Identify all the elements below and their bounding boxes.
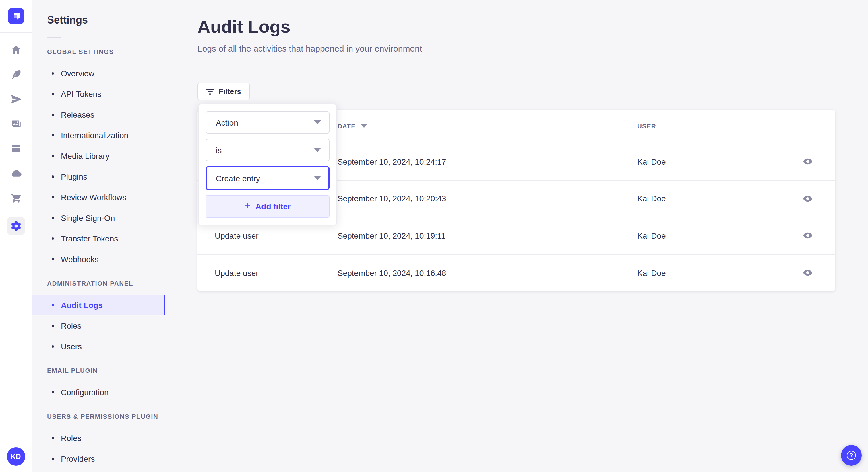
bullet-icon (52, 437, 54, 439)
cell-user: Kai Doe (637, 268, 789, 278)
bullet-icon (52, 237, 54, 240)
section-email-plugin: EMAIL PLUGIN Configuration (32, 366, 165, 403)
view-details-eye-icon[interactable] (799, 227, 817, 245)
sidebar-item-label: Audit Logs (61, 301, 103, 310)
sidebar-divider (47, 37, 61, 38)
sidebar-item-label: Releases (61, 110, 94, 119)
bullet-icon (52, 175, 54, 178)
strapi-logo[interactable] (8, 8, 24, 24)
page-subtitle: Logs of all the activities that happened… (197, 42, 835, 55)
column-header-date[interactable]: DATE (338, 123, 637, 130)
bullet-icon (52, 217, 54, 219)
sidebar-item-email-configuration[interactable]: Configuration (32, 382, 165, 403)
text-cursor (260, 173, 261, 183)
avatar[interactable]: KD (7, 447, 25, 465)
cell-date: September 10, 2024, 10:20:43 (338, 194, 637, 203)
sidebar-item-plugins[interactable]: Plugins (32, 166, 165, 187)
cell-user: Kai Doe (637, 231, 789, 240)
sort-descending-icon (361, 125, 367, 128)
chevron-down-icon (314, 121, 321, 125)
media-library-icon[interactable] (10, 118, 22, 130)
sidebar-item-internationalization[interactable]: Internationalization (32, 125, 165, 146)
rail-footer: KD (0, 440, 32, 472)
sidebar-item-review-workflows[interactable]: Review Workflows (32, 187, 165, 208)
filter-operator-select[interactable]: is (206, 139, 330, 161)
paper-plane-icon[interactable] (10, 94, 22, 105)
plus-icon: + (244, 201, 250, 211)
cell-action: Update user (215, 231, 338, 240)
filters-button-label: Filters (219, 87, 241, 96)
bullet-icon (52, 258, 54, 260)
view-details-eye-icon[interactable] (799, 264, 817, 282)
help-button[interactable]: ? (841, 445, 862, 466)
section-label: USERS & PERMISSIONS PLUGIN (32, 412, 165, 421)
page-title: Audit Logs (197, 16, 835, 38)
sidebar-item-admin-roles[interactable]: Roles (32, 315, 165, 336)
sidebar-item-admin-users[interactable]: Users (32, 336, 165, 357)
sidebar-item-transfer-tokens[interactable]: Transfer Tokens (32, 228, 165, 249)
cart-icon[interactable] (10, 192, 22, 204)
rail-icon-list (7, 33, 25, 235)
section-global-settings: GLOBAL SETTINGS Overview API Tokens Rele… (32, 47, 165, 270)
cell-date: September 10, 2024, 10:24:17 (338, 157, 637, 166)
sidebar-item-label: Users (61, 342, 82, 351)
bullet-icon (52, 196, 54, 198)
bullet-icon (52, 458, 54, 460)
strapi-logo-icon (8, 8, 24, 24)
filter-icon (206, 88, 214, 95)
sidebar-item-overview[interactable]: Overview (32, 63, 165, 84)
bullet-icon (52, 391, 54, 394)
column-header-label: USER (637, 123, 656, 130)
main-content: Audit Logs Logs of all the activities th… (165, 0, 868, 472)
sidebar-item-label: Roles (61, 321, 82, 330)
sidebar-item-label: Overview (61, 69, 94, 78)
sidebar-item-label: Webhooks (61, 255, 99, 264)
filter-value-combobox[interactable]: Create entry (206, 166, 330, 190)
settings-sidebar: Settings GLOBAL SETTINGS Overview API To… (32, 0, 165, 472)
cell-date: September 10, 2024, 10:19:11 (338, 231, 637, 240)
bullet-icon (52, 304, 54, 306)
filters-button[interactable]: Filters (197, 82, 250, 100)
layout-icon[interactable] (10, 143, 22, 154)
settings-gear-icon[interactable] (7, 217, 25, 235)
sidebar-item-releases[interactable]: Releases (32, 104, 165, 125)
sidebar-item-label: Transfer Tokens (61, 234, 118, 243)
sidebar-item-single-sign-on[interactable]: Single Sign-On (32, 208, 165, 228)
sidebar-item-up-roles[interactable]: Roles (32, 428, 165, 448)
bullet-icon (52, 345, 54, 347)
strapi-admin-app: KD Settings GLOBAL SETTINGS Overview API… (0, 0, 868, 472)
bullet-icon (52, 113, 54, 116)
add-filter-button[interactable]: + Add filter (206, 195, 330, 218)
cell-date: September 10, 2024, 10:16:48 (338, 268, 637, 278)
filter-value-text: Create entry (216, 173, 261, 183)
sidebar-item-label: Configuration (61, 388, 109, 397)
chevron-down-icon (314, 148, 321, 152)
bullet-icon (52, 134, 54, 136)
cell-user: Kai Doe (637, 194, 789, 203)
sidebar-item-label: Roles (61, 434, 82, 443)
home-icon[interactable] (10, 44, 22, 56)
column-header-user[interactable]: USER (637, 123, 789, 130)
cell-user: Kai Doe (637, 157, 789, 166)
sidebar-item-up-providers[interactable]: Providers (32, 448, 165, 469)
sidebar-item-label: API Tokens (61, 90, 101, 99)
sidebar-title: Settings (47, 13, 165, 27)
sidebar-item-audit-logs[interactable]: Audit Logs (32, 295, 165, 315)
question-mark-icon: ? (847, 451, 856, 460)
cloud-icon[interactable] (10, 167, 22, 179)
sidebar-item-api-tokens[interactable]: API Tokens (32, 84, 165, 104)
section-label: GLOBAL SETTINGS (32, 47, 165, 56)
view-details-eye-icon[interactable] (799, 190, 817, 208)
column-header-label: DATE (338, 123, 355, 130)
section-label: EMAIL PLUGIN (32, 366, 165, 375)
section-users-permissions-plugin: USERS & PERMISSIONS PLUGIN Roles Provide… (32, 412, 165, 469)
feather-icon[interactable] (10, 69, 22, 80)
bullet-icon (52, 93, 54, 95)
sidebar-item-label: Review Workflows (61, 193, 126, 202)
view-details-eye-icon[interactable] (799, 153, 817, 171)
filter-field-select[interactable]: Action (206, 111, 330, 134)
chevron-down-icon (314, 176, 321, 180)
filter-popover: Action is Create entry + Add filter (198, 104, 337, 225)
sidebar-item-media-library[interactable]: Media Library (32, 146, 165, 166)
sidebar-item-webhooks[interactable]: Webhooks (32, 249, 165, 270)
